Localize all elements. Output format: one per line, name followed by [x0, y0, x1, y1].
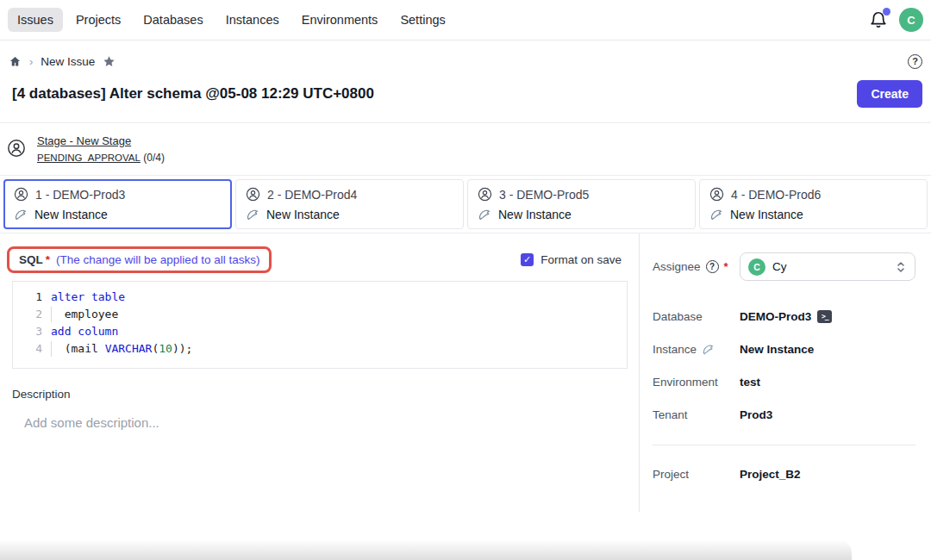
home-icon[interactable]: [9, 55, 22, 68]
assignee-help-icon[interactable]: ?: [706, 260, 719, 273]
chevron-updown-icon: [895, 260, 907, 274]
task-person-icon: [478, 187, 492, 202]
nav-item-environments[interactable]: Environments: [292, 8, 388, 32]
sql-panel: SQL * (The change will be applied to all…: [0, 233, 640, 512]
stage-status-link[interactable]: PENDING_APPROVAL: [37, 152, 141, 163]
database-value: DEMO-Prod3: [740, 310, 811, 323]
nav-item-databases[interactable]: Databases: [134, 8, 212, 32]
assignee-row: Assignee ? * C Cy: [653, 252, 915, 281]
issue-page: Issues Projects Databases Instances Envi…: [0, 0, 931, 560]
field-project: Project Project_B2: [653, 468, 915, 481]
field-environment: Environment test: [653, 376, 915, 389]
stage-name-link[interactable]: Stage - New Stage: [37, 134, 131, 147]
bottom-shadow-band: [0, 539, 852, 560]
database-label: Database: [653, 310, 740, 323]
help-icon[interactable]: ?: [908, 54, 922, 69]
breadcrumb-separator-icon: ›: [29, 55, 33, 68]
assignee-select[interactable]: C Cy: [740, 252, 915, 281]
task-card-label: 2 - DEMO-Prod4: [267, 188, 357, 202]
environment-label: Environment: [653, 376, 740, 389]
sql-editor-link-icon[interactable]: >_: [817, 310, 832, 323]
top-navigation: Issues Projects Databases Instances Envi…: [0, 0, 931, 40]
task-card-label: 4 - DEMO-Prod6: [731, 188, 821, 202]
line-number: 1: [13, 289, 51, 306]
nav-item-instances[interactable]: Instances: [216, 8, 289, 32]
field-instance: Instance New Instance: [653, 343, 915, 356]
issue-sidebar: Assignee ? * C Cy Database: [640, 233, 931, 512]
sql-label-highlight-box: SQL * (The change will be applied to all…: [7, 246, 272, 273]
format-on-save-checkbox[interactable]: ✓: [521, 253, 534, 266]
format-on-save-toggle[interactable]: ✓ Format on save: [521, 253, 622, 266]
description-label: Description: [12, 388, 639, 401]
code-line: 1 alter table: [13, 289, 627, 306]
line-number: 4: [13, 340, 51, 358]
page-title: [4 databases] Alter schema @05-08 12:29 …: [12, 85, 374, 103]
task-card-label: 3 - DEMO-Prod5: [499, 188, 589, 202]
task-person-icon: [14, 187, 28, 202]
star-icon[interactable]: [103, 55, 116, 68]
indent-guide: [51, 307, 52, 322]
sql-editor[interactable]: 1 alter table 2 employee 3 add column 4 …: [12, 281, 628, 369]
mysql-dolphin-icon: [478, 208, 491, 221]
nav-item-settings[interactable]: Settings: [391, 8, 454, 32]
code-line: 3 add column: [13, 323, 627, 340]
mysql-dolphin-icon: [702, 343, 715, 356]
stage-person-icon: [7, 139, 26, 158]
task-person-icon: [709, 187, 724, 202]
instance-value: New Instance: [740, 343, 814, 356]
tenant-label: Tenant: [653, 408, 740, 421]
mysql-dolphin-icon: [246, 208, 259, 221]
task-instance-label: New Instance: [266, 208, 340, 221]
main-area: SQL * (The change will be applied to all…: [0, 233, 931, 512]
stage-section: Stage - New Stage PENDING_APPROVAL (0/4): [0, 123, 931, 176]
project-value[interactable]: Project_B2: [740, 468, 801, 481]
indent-guide: [51, 341, 52, 357]
description-input[interactable]: Add some description...: [24, 415, 639, 430]
breadcrumb-current[interactable]: New Issue: [41, 55, 95, 68]
task-cards-row: 1 - DEMO-Prod3 New Instance 2 - DEMO-Pro…: [0, 176, 931, 233]
line-number: 3: [13, 323, 51, 340]
code-line: 4 (mail VARCHAR(10));: [13, 340, 627, 358]
task-card-3[interactable]: 3 - DEMO-Prod5 New Instance: [467, 179, 696, 229]
user-avatar[interactable]: C: [899, 8, 923, 32]
sql-note: (The change will be applied to all tasks…: [56, 253, 259, 266]
nav-item-projects[interactable]: Projects: [66, 8, 130, 32]
task-instance-label: New Instance: [34, 208, 108, 221]
stage-progress: (0/4): [143, 152, 165, 164]
sidebar-divider: [653, 445, 915, 445]
project-label: Project: [653, 468, 740, 481]
assignee-required-mark: *: [724, 260, 728, 273]
assignee-label: Assignee: [653, 260, 701, 273]
mysql-dolphin-icon: [14, 208, 28, 221]
format-on-save-label: Format on save: [540, 253, 622, 266]
breadcrumb: › New Issue ?: [0, 40, 931, 70]
mysql-dolphin-icon: [709, 208, 723, 221]
instance-label: Instance: [653, 343, 697, 356]
task-card-2[interactable]: 2 - DEMO-Prod4 New Instance: [235, 179, 464, 229]
create-button[interactable]: Create: [857, 80, 922, 108]
sql-label: SQL: [19, 253, 43, 266]
code-line: 2 employee: [13, 306, 627, 323]
assignee-value: Cy: [772, 260, 787, 273]
line-number: 2: [13, 306, 51, 323]
notification-dot: [883, 8, 890, 16]
field-tenant: Tenant Prod3: [653, 408, 915, 421]
environment-value: test: [740, 376, 760, 389]
task-instance-label: New Instance: [498, 208, 572, 221]
field-database: Database DEMO-Prod3 >_: [653, 310, 915, 323]
notification-bell-icon[interactable]: [869, 10, 888, 29]
stage-status-line: PENDING_APPROVAL (0/4): [37, 152, 165, 164]
task-card-label: 1 - DEMO-Prod3: [35, 188, 125, 202]
task-person-icon: [246, 187, 260, 202]
task-card-1[interactable]: 1 - DEMO-Prod3 New Instance: [3, 179, 232, 229]
nav-item-issues[interactable]: Issues: [8, 8, 63, 32]
assignee-avatar: C: [748, 258, 765, 276]
task-card-4[interactable]: 4 - DEMO-Prod6 New Instance: [699, 179, 928, 229]
tenant-value: Prod3: [740, 408, 772, 421]
title-row: [4 databases] Alter schema @05-08 12:29 …: [0, 80, 931, 123]
task-instance-label: New Instance: [730, 208, 803, 221]
sql-required-mark: *: [46, 253, 50, 266]
